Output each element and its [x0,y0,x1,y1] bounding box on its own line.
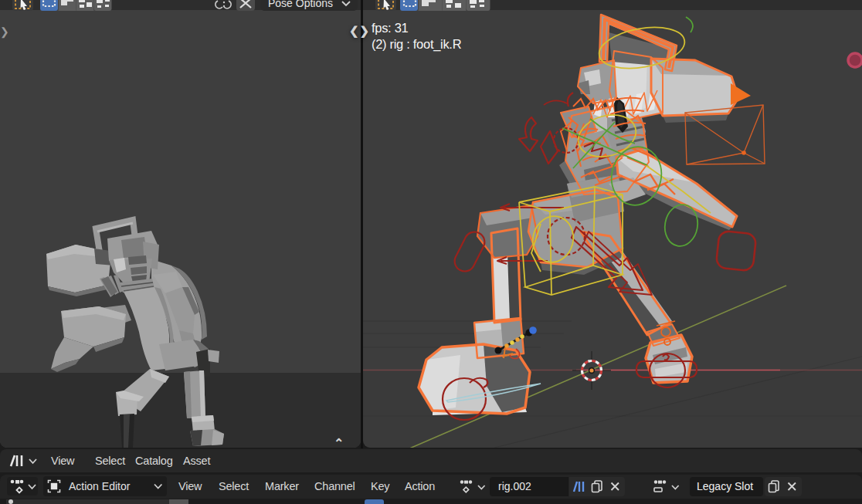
svg-text:Pose Options: Pose Options [268,0,333,9]
